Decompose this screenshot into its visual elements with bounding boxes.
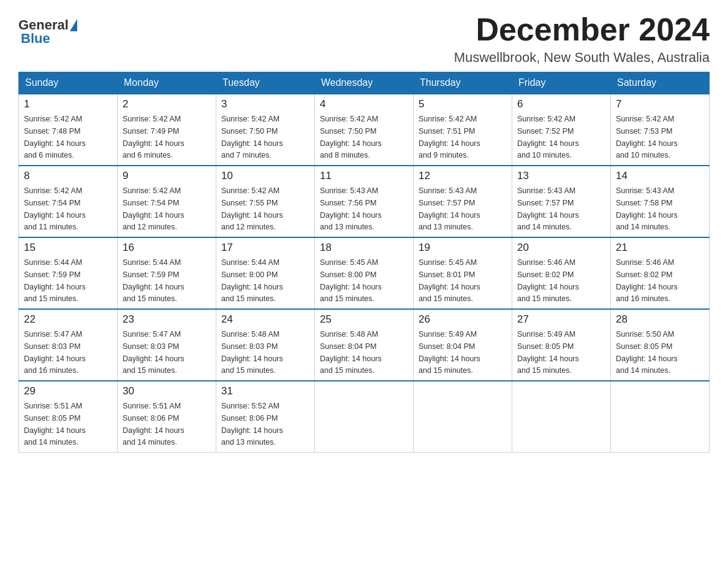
calendar-cell: 6 Sunrise: 5:42 AMSunset: 7:52 PMDayligh… (512, 94, 611, 166)
day-info: Sunrise: 5:47 AMSunset: 8:03 PMDaylight:… (123, 330, 184, 375)
calendar-cell: 28 Sunrise: 5:50 AMSunset: 8:05 PMDaylig… (611, 309, 710, 381)
day-number: 19 (419, 242, 507, 254)
day-number: 29 (24, 385, 112, 397)
calendar-cell: 17 Sunrise: 5:44 AMSunset: 8:00 PMDaylig… (216, 237, 315, 309)
day-info: Sunrise: 5:44 AMSunset: 7:59 PMDaylight:… (24, 258, 86, 303)
day-info: Sunrise: 5:46 AMSunset: 8:02 PMDaylight:… (616, 258, 678, 303)
header-thursday: Thursday (414, 72, 512, 94)
day-number: 30 (123, 385, 211, 397)
title-block: December 2024 Muswellbrook, New South Wa… (454, 12, 710, 66)
day-number: 17 (221, 242, 309, 254)
day-info: Sunrise: 5:42 AMSunset: 7:48 PMDaylight:… (24, 115, 86, 159)
day-info: Sunrise: 5:42 AMSunset: 7:55 PMDaylight:… (221, 186, 283, 231)
calendar-week-5: 29 Sunrise: 5:51 AMSunset: 8:05 PMDaylig… (19, 381, 710, 453)
calendar-week-3: 15 Sunrise: 5:44 AMSunset: 7:59 PMDaylig… (19, 237, 710, 309)
day-number: 3 (221, 98, 309, 110)
day-info: Sunrise: 5:51 AMSunset: 8:06 PMDaylight:… (123, 402, 184, 446)
location-title: Muswellbrook, New South Wales, Australia (454, 50, 710, 66)
day-number: 28 (616, 313, 704, 326)
day-number: 1 (24, 98, 112, 110)
calendar-cell: 29 Sunrise: 5:51 AMSunset: 8:05 PMDaylig… (19, 381, 118, 453)
calendar-cell: 10 Sunrise: 5:42 AMSunset: 7:55 PMDaylig… (216, 166, 315, 237)
header-monday: Monday (118, 72, 216, 94)
header-wednesday: Wednesday (315, 72, 414, 94)
header-friday: Friday (512, 72, 611, 94)
day-info: Sunrise: 5:44 AMSunset: 8:00 PMDaylight:… (221, 258, 283, 303)
day-number: 31 (221, 385, 309, 397)
calendar-cell: 5 Sunrise: 5:42 AMSunset: 7:51 PMDayligh… (414, 94, 512, 166)
calendar-cell: 3 Sunrise: 5:42 AMSunset: 7:50 PMDayligh… (216, 94, 315, 166)
calendar-cell: 26 Sunrise: 5:49 AMSunset: 8:04 PMDaylig… (414, 309, 512, 381)
calendar-cell (611, 381, 710, 453)
page-header: General Blue December 2024 Muswellbrook,… (18, 12, 710, 66)
calendar-cell: 14 Sunrise: 5:43 AMSunset: 7:58 PMDaylig… (611, 166, 710, 237)
day-number: 27 (517, 313, 605, 326)
day-info: Sunrise: 5:42 AMSunset: 7:54 PMDaylight:… (24, 186, 86, 231)
day-number: 23 (123, 313, 211, 326)
day-number: 2 (123, 98, 211, 110)
day-number: 14 (616, 170, 704, 182)
day-number: 24 (221, 313, 309, 326)
day-number: 13 (517, 170, 605, 182)
calendar-table: Sunday Monday Tuesday Wednesday Thursday… (18, 72, 710, 453)
calendar-cell: 11 Sunrise: 5:43 AMSunset: 7:56 PMDaylig… (315, 166, 414, 237)
calendar-cell: 8 Sunrise: 5:42 AMSunset: 7:54 PMDayligh… (19, 166, 118, 237)
calendar-cell: 21 Sunrise: 5:46 AMSunset: 8:02 PMDaylig… (611, 237, 710, 309)
calendar-cell: 15 Sunrise: 5:44 AMSunset: 7:59 PMDaylig… (19, 237, 118, 309)
calendar-cell (512, 381, 611, 453)
day-number: 4 (320, 98, 408, 110)
calendar-cell: 2 Sunrise: 5:42 AMSunset: 7:49 PMDayligh… (118, 94, 216, 166)
calendar-cell: 13 Sunrise: 5:43 AMSunset: 7:57 PMDaylig… (512, 166, 611, 237)
day-info: Sunrise: 5:42 AMSunset: 7:53 PMDaylight:… (616, 115, 678, 159)
day-info: Sunrise: 5:43 AMSunset: 7:58 PMDaylight:… (616, 186, 678, 231)
day-info: Sunrise: 5:52 AMSunset: 8:06 PMDaylight:… (221, 402, 283, 446)
calendar-cell: 22 Sunrise: 5:47 AMSunset: 8:03 PMDaylig… (19, 309, 118, 381)
calendar-week-1: 1 Sunrise: 5:42 AMSunset: 7:48 PMDayligh… (19, 94, 710, 166)
day-number: 10 (221, 170, 309, 182)
calendar-cell: 31 Sunrise: 5:52 AMSunset: 8:06 PMDaylig… (216, 381, 315, 453)
day-info: Sunrise: 5:42 AMSunset: 7:49 PMDaylight:… (123, 115, 184, 159)
calendar-cell: 20 Sunrise: 5:46 AMSunset: 8:02 PMDaylig… (512, 237, 611, 309)
day-number: 18 (320, 242, 408, 254)
day-info: Sunrise: 5:42 AMSunset: 7:50 PMDaylight:… (221, 115, 283, 159)
day-number: 16 (123, 242, 211, 254)
calendar-cell: 12 Sunrise: 5:43 AMSunset: 7:57 PMDaylig… (414, 166, 512, 237)
day-info: Sunrise: 5:42 AMSunset: 7:52 PMDaylight:… (517, 115, 579, 159)
calendar-cell: 16 Sunrise: 5:44 AMSunset: 7:59 PMDaylig… (118, 237, 216, 309)
calendar-cell: 19 Sunrise: 5:45 AMSunset: 8:01 PMDaylig… (414, 237, 512, 309)
day-number: 21 (616, 242, 704, 254)
day-info: Sunrise: 5:42 AMSunset: 7:54 PMDaylight:… (123, 186, 184, 231)
calendar-week-2: 8 Sunrise: 5:42 AMSunset: 7:54 PMDayligh… (19, 166, 710, 237)
day-number: 6 (517, 98, 605, 110)
header-saturday: Saturday (611, 72, 710, 94)
logo-triangle-icon (70, 19, 77, 31)
calendar-header-row: Sunday Monday Tuesday Wednesday Thursday… (19, 72, 710, 94)
day-info: Sunrise: 5:43 AMSunset: 7:57 PMDaylight:… (419, 186, 480, 231)
day-info: Sunrise: 5:46 AMSunset: 8:02 PMDaylight:… (517, 258, 579, 303)
day-info: Sunrise: 5:42 AMSunset: 7:50 PMDaylight:… (320, 115, 382, 159)
day-info: Sunrise: 5:48 AMSunset: 8:04 PMDaylight:… (320, 330, 382, 375)
day-number: 5 (419, 98, 507, 110)
day-info: Sunrise: 5:49 AMSunset: 8:04 PMDaylight:… (419, 330, 480, 375)
day-info: Sunrise: 5:50 AMSunset: 8:05 PMDaylight:… (616, 330, 678, 375)
day-number: 26 (419, 313, 507, 326)
calendar-cell: 7 Sunrise: 5:42 AMSunset: 7:53 PMDayligh… (611, 94, 710, 166)
day-info: Sunrise: 5:49 AMSunset: 8:05 PMDaylight:… (517, 330, 579, 375)
day-info: Sunrise: 5:48 AMSunset: 8:03 PMDaylight:… (221, 330, 283, 375)
day-number: 8 (24, 170, 112, 182)
day-info: Sunrise: 5:42 AMSunset: 7:51 PMDaylight:… (419, 115, 480, 159)
day-info: Sunrise: 5:45 AMSunset: 8:00 PMDaylight:… (320, 258, 382, 303)
logo: General Blue (18, 12, 78, 47)
calendar-cell: 4 Sunrise: 5:42 AMSunset: 7:50 PMDayligh… (315, 94, 414, 166)
day-info: Sunrise: 5:47 AMSunset: 8:03 PMDaylight:… (24, 330, 86, 375)
calendar-cell: 1 Sunrise: 5:42 AMSunset: 7:48 PMDayligh… (19, 94, 118, 166)
header-sunday: Sunday (19, 72, 118, 94)
calendar-cell: 18 Sunrise: 5:45 AMSunset: 8:00 PMDaylig… (315, 237, 414, 309)
day-number: 11 (320, 170, 408, 182)
calendar-cell: 30 Sunrise: 5:51 AMSunset: 8:06 PMDaylig… (118, 381, 216, 453)
calendar-week-4: 22 Sunrise: 5:47 AMSunset: 8:03 PMDaylig… (19, 309, 710, 381)
day-number: 12 (419, 170, 507, 182)
month-title: December 2024 (454, 12, 710, 47)
day-info: Sunrise: 5:51 AMSunset: 8:05 PMDaylight:… (24, 402, 86, 446)
day-info: Sunrise: 5:44 AMSunset: 7:59 PMDaylight:… (123, 258, 184, 303)
